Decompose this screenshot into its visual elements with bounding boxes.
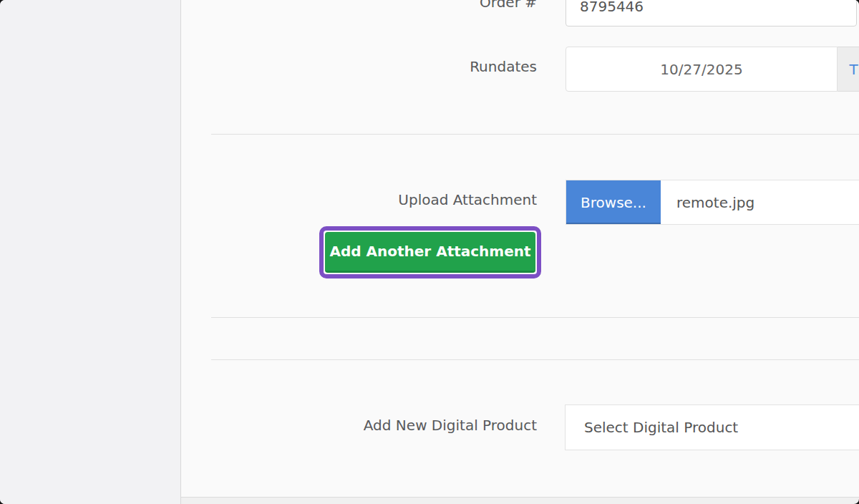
- rundates-input-group: T: [566, 47, 859, 92]
- order-number-label: Order #: [181, 0, 537, 11]
- annotation-highlight: Add Another Attachment: [319, 226, 541, 278]
- form-panel: Order # Rundates T Upload Attachment Bro…: [181, 0, 859, 498]
- rundates-to-addon: T: [838, 47, 859, 92]
- order-number-input[interactable]: [566, 0, 857, 26]
- add-another-attachment-button[interactable]: Add Another Attachment: [325, 232, 535, 273]
- file-input[interactable]: Browse... remote.jpg: [566, 180, 859, 225]
- section-divider: [211, 134, 859, 135]
- browse-button[interactable]: Browse...: [566, 180, 661, 224]
- rundates-label: Rundates: [181, 58, 537, 75]
- selected-filename: remote.jpg: [676, 180, 754, 224]
- add-digital-product-label: Add New Digital Product: [181, 417, 537, 434]
- digital-product-select-value: Select Digital Product: [584, 419, 738, 436]
- sidebar: [0, 0, 181, 504]
- rundate-start-input[interactable]: [566, 47, 838, 92]
- app-window: Order # Rundates T Upload Attachment Bro…: [0, 0, 859, 504]
- digital-product-select[interactable]: Select Digital Product: [565, 404, 859, 450]
- rundates-addon-label: T: [849, 61, 858, 78]
- section-divider: [211, 317, 859, 318]
- section-divider: [211, 359, 859, 360]
- upload-attachment-label: Upload Attachment: [181, 191, 537, 208]
